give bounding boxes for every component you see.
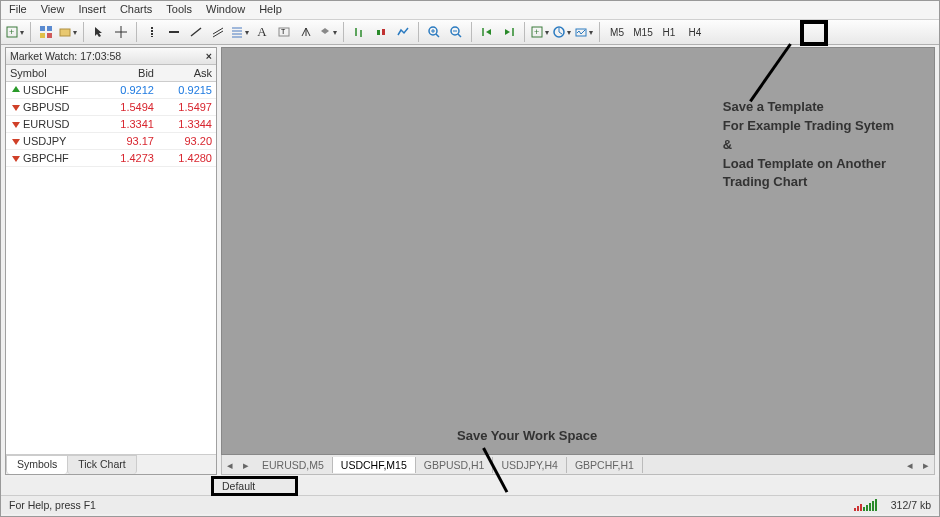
chart-tab-3[interactable]: USDJPY,H4 — [493, 457, 566, 473]
menu-insert[interactable]: Insert — [78, 3, 106, 15]
svg-rect-6 — [60, 29, 70, 36]
menu-help[interactable]: Help — [259, 3, 282, 15]
tab-next-icon[interactable]: ▸ — [238, 459, 254, 471]
bar-chart-icon[interactable] — [349, 22, 369, 42]
svg-rect-5 — [47, 33, 52, 38]
table-row[interactable]: USDJPY93.1793.20 — [6, 133, 216, 150]
chart-tab-4[interactable]: GBPCHF,H1 — [567, 457, 643, 473]
trend-line[interactable] — [186, 22, 206, 42]
svg-line-13 — [213, 31, 223, 37]
annotation-line — [749, 43, 792, 102]
tf-m5[interactable]: M5 — [605, 22, 629, 42]
tf-m15[interactable]: M15 — [631, 22, 655, 42]
direction-icon — [10, 136, 20, 146]
col-ask[interactable]: Ask — [158, 65, 216, 82]
cursor-arrow[interactable] — [89, 22, 109, 42]
scroll-right-icon[interactable]: ▸ — [918, 459, 934, 471]
svg-rect-3 — [47, 26, 52, 31]
annotation-highlight-box — [800, 20, 828, 46]
zoom-in-icon[interactable] — [424, 22, 444, 42]
svg-line-22 — [306, 28, 310, 36]
col-bid[interactable]: Bid — [100, 65, 158, 82]
menu-bar: File View Insert Charts Tools Window Hel… — [1, 1, 939, 19]
direction-icon — [10, 153, 20, 163]
tf-h4[interactable]: H4 — [683, 22, 707, 42]
auto-scroll-icon[interactable] — [477, 22, 497, 42]
direction-icon — [10, 85, 20, 95]
channel[interactable] — [208, 22, 228, 42]
vertical-line[interactable] — [142, 22, 162, 42]
annotation-bottom: Save Your Work Space — [457, 428, 597, 443]
status-traffic: 312/7 kb — [891, 499, 931, 511]
menu-window[interactable]: Window — [206, 3, 245, 15]
andrews-pitchfork[interactable] — [296, 22, 316, 42]
tab-tick-chart[interactable]: Tick Chart — [67, 455, 136, 474]
chart-tabs: ◂ ▸ EURUSD,M5 USDCHF,M15 GBPUSD,H1 USDJP… — [221, 455, 935, 475]
status-help: For Help, press F1 — [9, 499, 96, 511]
chart-canvas[interactable]: Save a Template For Example Trading Syte… — [221, 47, 935, 455]
fibonacci[interactable] — [230, 22, 250, 42]
svg-rect-26 — [382, 29, 385, 35]
table-row[interactable]: GBPCHF1.42731.4280 — [6, 150, 216, 167]
chart-shift-icon[interactable] — [499, 22, 519, 42]
workspace-tab-default[interactable]: Default — [211, 476, 298, 496]
col-symbol[interactable]: Symbol — [6, 65, 100, 82]
table-row[interactable]: EURUSD1.33411.3344 — [6, 116, 216, 133]
arrange-button[interactable] — [36, 22, 56, 42]
chart-tab-1[interactable]: USDCHF,M15 — [333, 457, 416, 473]
svg-line-40 — [559, 32, 562, 34]
horizontal-line[interactable] — [164, 22, 184, 42]
close-icon[interactable]: × — [206, 50, 212, 62]
template-button[interactable] — [574, 22, 594, 42]
chart-tab-2[interactable]: GBPUSD,H1 — [416, 457, 494, 473]
annotation-top: Save a Template For Example Trading Syte… — [723, 98, 894, 192]
direction-icon — [10, 119, 20, 129]
menu-tools[interactable]: Tools — [166, 3, 192, 15]
svg-line-12 — [213, 28, 223, 34]
indicators-button[interactable]: + — [530, 22, 550, 42]
text-object[interactable]: T — [274, 22, 294, 42]
svg-rect-2 — [40, 26, 45, 31]
menu-file[interactable]: File — [9, 3, 27, 15]
new-chart-button[interactable]: + — [5, 22, 25, 42]
workspace-row: Default — [1, 477, 939, 495]
scroll-left-icon[interactable]: ◂ — [902, 459, 918, 471]
svg-rect-25 — [377, 30, 380, 35]
table-row[interactable]: USDCHF0.92120.9215 — [6, 82, 216, 99]
candle-chart-icon[interactable] — [371, 22, 391, 42]
tab-prev-icon[interactable]: ◂ — [222, 459, 238, 471]
menu-charts[interactable]: Charts — [120, 3, 152, 15]
tab-symbols[interactable]: Symbols — [6, 455, 68, 474]
chart-tab-0[interactable]: EURUSD,M5 — [254, 457, 333, 473]
periodicity-button[interactable] — [552, 22, 572, 42]
svg-text:+: + — [534, 27, 539, 37]
svg-text:+: + — [9, 27, 14, 37]
line-chart-icon[interactable] — [393, 22, 413, 42]
svg-line-28 — [436, 34, 439, 37]
svg-text:T: T — [281, 28, 286, 35]
shapes[interactable] — [318, 22, 338, 42]
svg-line-11 — [191, 28, 201, 36]
market-watch-panel: Market Watch: 17:03:58 × Symbol Bid Ask … — [5, 47, 217, 475]
svg-rect-4 — [40, 33, 45, 38]
crosshair[interactable] — [111, 22, 131, 42]
svg-line-32 — [458, 34, 461, 37]
toolbar: + A T + M5 M15 H1 H4 — [1, 19, 939, 45]
tf-h1[interactable]: H1 — [657, 22, 681, 42]
svg-line-20 — [302, 28, 306, 36]
profiles-button[interactable] — [58, 22, 78, 42]
table-row[interactable]: GBPUSD1.54941.5497 — [6, 99, 216, 116]
zoom-out-icon[interactable] — [446, 22, 466, 42]
market-watch-title: Market Watch: 17:03:58 — [10, 50, 121, 62]
direction-icon — [10, 102, 20, 112]
status-bar: For Help, press F1 312/7 kb — [1, 495, 939, 514]
text-label[interactable]: A — [252, 22, 272, 42]
connection-bars-icon — [854, 499, 877, 511]
menu-view[interactable]: View — [41, 3, 65, 15]
